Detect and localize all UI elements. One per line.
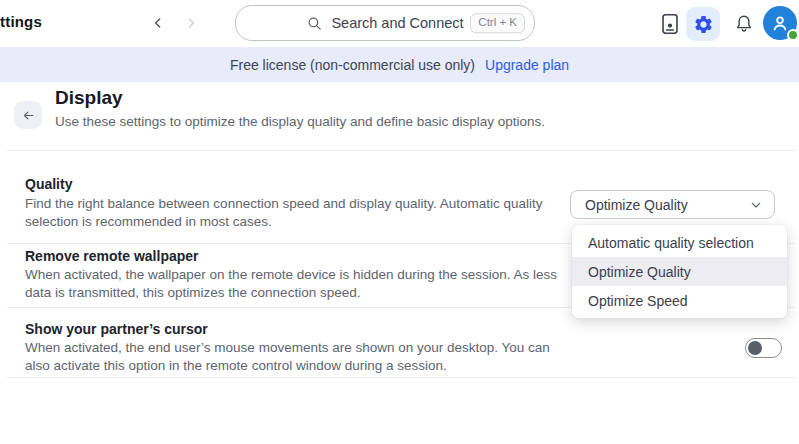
license-banner: Free license (non-commercial use only) U… <box>0 47 799 82</box>
contacts-device-icon <box>658 12 682 36</box>
setting-description-quality: Find the right balance between connectio… <box>25 195 543 231</box>
contacts-device-button[interactable] <box>653 7 687 41</box>
setting-description-partner-cursor: When activated, the end user’s mouse mov… <box>25 339 550 375</box>
search-input[interactable]: Search and Connect Ctrl + K <box>235 5 535 41</box>
setting-title-partner-cursor: Show your partner’s cursor <box>25 321 208 337</box>
divider <box>7 377 795 378</box>
toggle-knob <box>748 341 762 355</box>
nav-forward-button[interactable] <box>181 13 201 33</box>
window-title: ttings <box>0 13 42 30</box>
page-title: Display <box>55 87 123 109</box>
quality-select[interactable]: Optimize Quality <box>570 190 775 219</box>
license-banner-text: Free license (non-commercial use only) <box>230 57 475 73</box>
back-chevron-icon <box>150 15 166 31</box>
forward-chevron-icon <box>183 15 199 31</box>
settings-gear-icon <box>693 14 714 35</box>
notifications-bell-icon <box>733 13 755 35</box>
notifications-button[interactable] <box>727 7 761 41</box>
dropdown-menu-item[interactable]: Optimize Speed <box>572 286 787 315</box>
page-back-button[interactable] <box>14 101 42 129</box>
setting-description-remove-wallpaper: When activated, the wallpaper on the rem… <box>25 266 557 302</box>
settings-gear-button[interactable] <box>686 7 720 41</box>
search-icon <box>306 15 323 32</box>
quality-select-value: Optimize Quality <box>585 197 688 213</box>
chevron-down-icon <box>748 197 764 213</box>
top-bar: ttings Search and Connect Ctrl + K <box>0 0 799 47</box>
nav-back-button[interactable] <box>148 13 168 33</box>
search-shortcut-badge: Ctrl + K <box>470 13 525 33</box>
partner-cursor-toggle[interactable] <box>745 338 782 358</box>
quality-dropdown-menu: Automatic quality selection Optimize Qua… <box>572 225 787 318</box>
search-placeholder: Search and Connect <box>331 15 463 31</box>
setting-title-quality: Quality <box>25 176 72 192</box>
user-avatar[interactable] <box>763 6 797 40</box>
presence-dot <box>787 29 799 41</box>
back-arrow-icon <box>21 108 36 123</box>
dropdown-menu-item[interactable]: Automatic quality selection <box>572 228 787 257</box>
upgrade-plan-link[interactable]: Upgrade plan <box>485 57 569 73</box>
page-subtitle: Use these settings to optimize the displ… <box>55 114 545 129</box>
dropdown-menu-item[interactable]: Optimize Quality <box>572 257 787 286</box>
divider <box>7 150 795 151</box>
setting-title-remove-wallpaper: Remove remote wallpaper <box>25 248 199 264</box>
